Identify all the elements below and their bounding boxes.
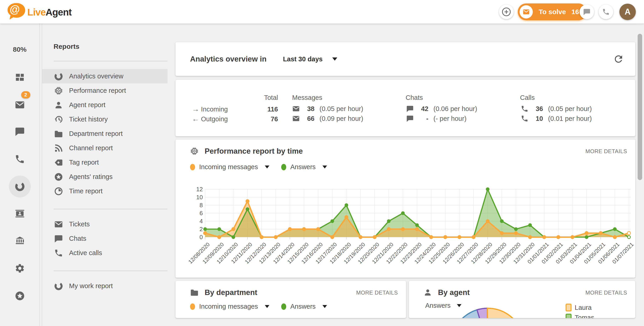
outgoing-arrow-icon: ← [192,115,199,123]
menu-item-label: Department report [69,130,122,137]
menu-item-my-work-report[interactable]: My work report [42,279,168,293]
totals-card: Total Messages Chats Calls → ← Incoming … [176,80,635,136]
rail-item-chat[interactable] [9,121,31,142]
menu-item-department-report[interactable]: Department report [42,127,168,141]
logo-wordmark: LiveAgent [27,7,72,18]
rail-item-starcircle[interactable] [9,285,31,307]
add-button[interactable] [499,5,514,19]
chevron-down-icon[interactable] [322,305,327,308]
menu-item-active-calls[interactable]: Active calls [42,246,168,260]
contacts-icon [14,208,25,219]
rail-item-dashboard[interactable] [9,66,31,88]
donut-icon [54,72,63,81]
chevron-down-icon[interactable] [265,305,269,308]
row-label-incoming: Incoming [201,106,228,113]
menu-item-ticket-history[interactable]: Ticket history [42,112,168,127]
avatar[interactable]: A [620,4,636,20]
menu-item-label: Agent report [69,101,106,109]
messages-incoming-cell: 38 (0.05 per hour) [292,105,363,113]
chip-icon [54,86,63,95]
phone-icon [521,115,528,122]
starcircle-icon [54,172,63,181]
incoming-arrow-icon: → [192,105,199,113]
total-outgoing: 76 [255,115,278,123]
row-label-outgoing: Outgoing [201,115,228,123]
menu-item-label: Time report [69,187,102,195]
menu-group-live: TicketsChatsActive calls [42,217,173,260]
chats-button[interactable] [580,5,594,19]
y-tick-label: 12 [182,186,203,193]
menu-group-reports: Analytics overviewPerformance reportAgen… [42,69,173,198]
menu-item-tickets[interactable]: Tickets [42,217,168,231]
menu-item-label: My work report [69,282,113,290]
mail-icon [54,220,63,229]
rss-icon [54,144,63,153]
menu-item-label: Channel report [69,144,113,152]
date-range-value: Last 30 days [283,55,323,63]
chats-outgoing-cell: - (- per hour) [406,115,466,122]
starcircle-icon [14,291,25,301]
y-tick-label: 10 [182,194,203,201]
bottom-cards-row: By department MORE DETAILS Incoming mess… [176,281,635,318]
menu-item-label: Performance report [69,87,126,94]
rail-item-company[interactable] [9,230,31,252]
rail-item-settings[interactable] [9,257,31,279]
menu-divider [54,209,168,209]
date-range-select[interactable]: Last 30 days [283,55,337,63]
menu-item-analytics-overview[interactable]: Analytics overview [42,69,168,83]
refresh-button[interactable] [613,54,624,65]
performance-report-card: Performance report by time MORE DETAILS … [176,140,635,278]
more-details-link[interactable]: MORE DETAILS [356,289,398,296]
zoom-indicator: 80% [0,46,40,53]
to-solve-button[interactable]: To solve 16 [518,4,587,20]
menu-item-label: Tickets [69,220,90,228]
legend-label: Answers [290,303,316,310]
phone-icon [602,8,610,16]
svg-text:@: @ [10,4,20,15]
menu-item-label: Tag report [69,159,99,166]
legend-label: Incoming messages [199,303,258,310]
page-title: Analytics overview in [190,55,266,63]
settings-icon [14,263,25,273]
rail-item-reports[interactable] [9,176,31,197]
unread-badge: 2 [21,91,30,99]
menu-item-agent-report[interactable]: Agent report [42,98,168,112]
legend-dot [190,303,195,310]
y-tick-label: 2 [182,226,203,233]
column-header-chats: Chats [406,94,423,101]
rail-item-mail[interactable]: 2 [9,94,31,116]
menu-divider [54,61,168,61]
menu-item-channel-report[interactable]: Channel report [42,141,168,155]
company-icon [14,235,25,246]
rail-item-contacts[interactable] [9,203,31,225]
legend-swatch [566,304,572,311]
pie-legend-item: Tomas [566,314,594,318]
to-solve-mail-icon [520,5,533,19]
legend-swatch [566,314,572,318]
chat-icon [406,105,414,113]
menu-item-time-report[interactable]: Time report [42,184,168,198]
calls-incoming-cell: 36 (0.05 per hour) [521,105,592,113]
scrollbar-thumb[interactable] [638,34,642,180]
top-bar: @ LiveAgent To solve 16 [0,0,644,24]
person-icon [54,101,63,110]
calls-button[interactable] [599,5,613,19]
to-solve-label: To solve [539,8,566,16]
menu-item-agents-ratings[interactable]: Agents' ratings [42,170,168,184]
mail-icon [292,105,300,113]
menu-item-performance-report[interactable]: Performance report [42,83,168,98]
reports-icon [14,181,25,192]
pie-legend-item: Laura [566,304,594,311]
menu-item-chats[interactable]: Chats [42,231,168,246]
rail-item-phone[interactable] [9,148,31,170]
time-icon [54,187,63,196]
menu-item-label: Agents' ratings [69,173,112,181]
plus-icon [501,7,511,17]
column-header-total: Total [255,94,278,101]
menu-item-tag-report[interactable]: Tag report [42,155,168,170]
column-header-calls: Calls [520,94,534,101]
menu-item-label: Chats [69,235,86,242]
chart-legend: Incoming messagesAnswers [190,303,339,310]
liveagent-logo[interactable]: @ LiveAgent [6,2,72,23]
legend-dot [281,303,286,310]
